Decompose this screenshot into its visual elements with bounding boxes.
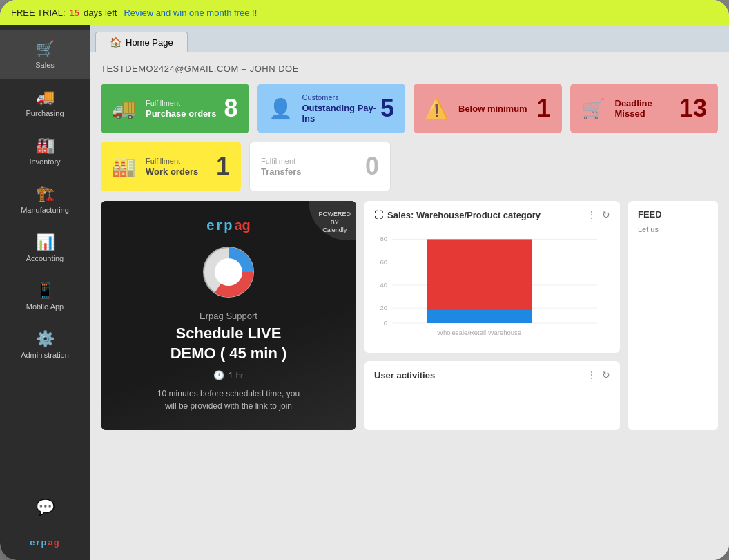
chart-title-feed: FEED: [638, 209, 662, 220]
demo-panel: POWERED BY Calendly erpag: [101, 201, 356, 430]
review-link[interactable]: Review and win one month free !!: [124, 8, 257, 18]
sidebar-item-mobile-app[interactable]: 📱 Mobile App: [0, 272, 90, 320]
duration-text: 1 hr: [229, 370, 244, 380]
chart-header-feed: FEED: [638, 209, 708, 220]
feed-text: Let us: [638, 225, 708, 233]
bar-chart-container: 80 60 40 20 0: [374, 226, 610, 342]
sidebar-item-administration[interactable]: ⚙️ Administration: [0, 320, 90, 369]
purchasing-icon: 🚚: [36, 88, 55, 106]
demo-pie-chart: [201, 244, 256, 302]
card-type-transfers: Fulfillment: [261, 157, 302, 165]
truck-icon: 🚚: [112, 97, 136, 120]
sidebar-label-accounting: Accounting: [26, 254, 64, 262]
card-name-below-min: Below minimum: [458, 104, 527, 114]
card-type-fulfillment-po: Fulfillment: [146, 99, 217, 107]
card-fulfillment-po[interactable]: 🚚 Fulfillment Purchase orders 8: [101, 84, 249, 133]
trial-bar: FREE TRIAL: 15 days left Review and win …: [0, 0, 729, 25]
home-page-tab[interactable]: 🏠 Home Page: [95, 32, 188, 52]
demo-support-label: Erpag Support: [200, 311, 257, 321]
badge-line3: Calendly: [322, 226, 347, 233]
sidebar-item-inventory[interactable]: 🏭 Inventory: [0, 127, 90, 175]
svg-text:80: 80: [380, 235, 387, 242]
sidebar-label-administration: Administration: [21, 351, 69, 359]
tab-bar: 🏠 Home Page: [90, 25, 729, 52]
card-left-wo: Fulfillment Work orders: [146, 157, 198, 177]
chart-actions-user-activities: ⋮ ↻: [587, 369, 610, 380]
svg-text:20: 20: [380, 304, 387, 311]
demo-description: 10 minutes before scheduled time, youwil…: [157, 387, 300, 412]
card-transfers[interactable]: Fulfillment Transfers 0: [249, 142, 391, 191]
svg-text:40: 40: [380, 281, 387, 289]
refresh-sales[interactable]: ↻: [602, 209, 610, 220]
sidebar-chat[interactable]: 💬: [0, 489, 90, 529]
card-number-transfers: 0: [365, 152, 379, 181]
inventory-icon: 🏭: [36, 137, 55, 155]
sales-chart-panel: ⛶ Sales: Warehouse/Product category ⋮ ↻: [364, 201, 620, 353]
card-left-transfers: Fulfillment Transfers: [261, 157, 302, 177]
card-left-customers: Customers Outstanding Pay-Ins: [302, 93, 380, 124]
card-below-minimum[interactable]: ⚠️ Below minimum 1: [414, 84, 562, 133]
trial-days-suffix: days left: [84, 8, 117, 18]
refresh-user-activities[interactable]: ↻: [602, 369, 610, 380]
expand-icon-sales[interactable]: ⛶: [374, 210, 383, 220]
trial-prefix: FREE TRIAL:: [11, 8, 66, 18]
sidebar-label-inventory: Inventory: [29, 157, 60, 166]
svg-text:0: 0: [384, 319, 387, 327]
work-orders-icon: 🏭: [112, 155, 136, 178]
sidebar-label-sales: Sales: [35, 61, 55, 69]
card-customers[interactable]: 👤 Customers Outstanding Pay-Ins 5: [257, 84, 406, 133]
chart-header-user-activities: User activities ⋮ ↻: [374, 369, 610, 380]
card-type-customers: Customers: [302, 93, 380, 102]
dashboard-cards-row2: 🏭 Fulfillment Work orders 1 Fulfillment: [101, 142, 391, 191]
card-number-wo: 1: [216, 152, 230, 181]
administration-icon: ⚙️: [36, 330, 55, 348]
mobile-app-icon: 📱: [36, 282, 55, 300]
card-work-orders[interactable]: 🏭 Fulfillment Work orders 1: [101, 142, 241, 191]
card-name-customers: Outstanding Pay-Ins: [302, 103, 380, 124]
sidebar-item-sales[interactable]: 🛒 Sales: [0, 30, 90, 79]
card-left-below-min: Below minimum: [458, 104, 527, 114]
user-header: TESTDEMO2424@GMAIL.COM – JOHN DOE: [101, 64, 718, 74]
sidebar-label-manufacturing: Manufacturing: [21, 206, 69, 214]
demo-logo-area: erpag: [206, 218, 250, 233]
sales-icon: 🛒: [36, 40, 55, 58]
chart-header-sales: ⛶ Sales: Warehouse/Product category ⋮ ↻: [374, 209, 610, 220]
sidebar-item-purchasing[interactable]: 🚚 Purchasing: [0, 79, 90, 127]
deadline-icon: 🛒: [581, 97, 605, 120]
demo-duration: 🕐 1 hr: [213, 370, 244, 380]
sidebar-item-accounting[interactable]: 📊 Accounting: [0, 224, 90, 272]
card-name-fulfillment-po: Purchase orders: [146, 108, 217, 119]
sidebar-item-manufacturing[interactable]: 🏗️ Manufacturing: [0, 175, 90, 224]
card-left-fulfillment-po: Fulfillment Purchase orders: [146, 99, 217, 119]
svg-rect-14: [427, 310, 532, 323]
bar-chart-svg: 80 60 40 20 0: [374, 229, 610, 339]
content-area: TESTDEMO2424@GMAIL.COM – JOHN DOE 🚚 Fulf…: [90, 52, 729, 560]
manufacturing-icon: 🏗️: [36, 185, 55, 203]
sidebar: 🛒 Sales 🚚 Purchasing 🏭 Inventory 🏗️ Manu…: [0, 25, 90, 560]
svg-text:60: 60: [380, 258, 387, 266]
third-panel-col: FEED Let us: [628, 201, 718, 430]
below-min-icon: ⚠️: [425, 97, 449, 120]
clock-icon: 🕐: [213, 370, 224, 380]
feed-panel: FEED Let us: [628, 201, 718, 430]
sidebar-bottom: 💬 erpag: [0, 489, 90, 560]
card-name-deadline: Deadline Missed: [615, 98, 679, 119]
device-frame: FREE TRIAL: 15 days left Review and win …: [0, 0, 729, 560]
app-body: 🛒 Sales 🚚 Purchasing 🏭 Inventory 🏗️ Manu…: [0, 25, 729, 560]
card-deadline-missed[interactable]: 🛒 Deadline Missed 13: [570, 84, 719, 133]
user-activities-panel: User activities ⋮ ↻: [364, 361, 620, 430]
customers-icon: 👤: [269, 97, 293, 120]
card-name-wo: Work orders: [146, 166, 198, 177]
more-options-user-activities[interactable]: ⋮: [587, 369, 596, 380]
badge-line1: POWERED: [318, 211, 351, 218]
card-name-transfers: Transfers: [261, 166, 302, 177]
home-icon: 🏠: [110, 37, 122, 48]
tab-home-label: Home Page: [126, 37, 173, 48]
charts-column: ⛶ Sales: Warehouse/Product category ⋮ ↻: [364, 201, 620, 430]
more-options-sales[interactable]: ⋮: [587, 209, 596, 220]
dashboard-bottom: POWERED BY Calendly erpag: [101, 201, 718, 430]
svg-point-2: [215, 258, 242, 286]
card-number-fulfillment-po: 8: [224, 94, 237, 123]
card-left-deadline: Deadline Missed: [615, 98, 679, 119]
card-type-wo: Fulfillment: [146, 157, 198, 165]
